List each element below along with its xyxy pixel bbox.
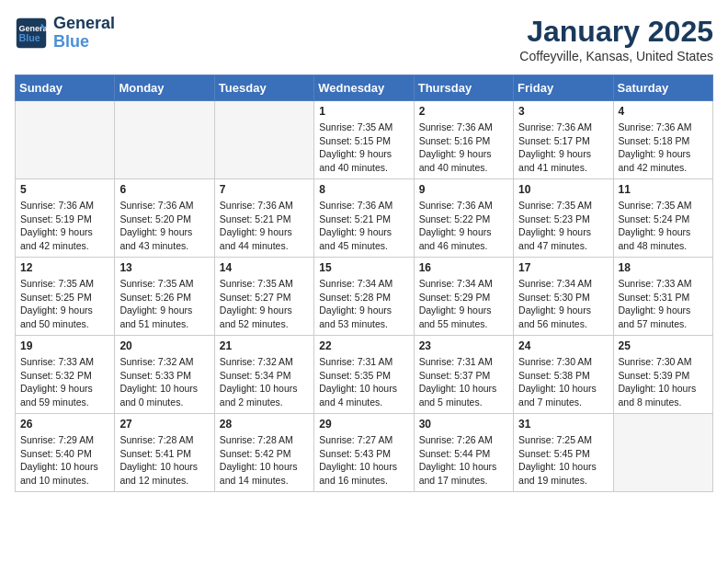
day-number: 7	[220, 183, 309, 196]
day-number: 15	[319, 261, 408, 274]
day-number: 30	[419, 418, 508, 431]
title-block: January 2025 Coffeyville, Kansas, United…	[519, 15, 713, 63]
day-info: Sunrise: 7:36 AMSunset: 5:20 PMDaylight:…	[119, 199, 209, 253]
calendar-cell: 11Sunrise: 7:35 AMSunset: 5:24 PMDayligh…	[613, 179, 712, 258]
day-info: Sunrise: 7:35 AMSunset: 5:24 PMDaylight:…	[619, 199, 708, 253]
day-info: Sunrise: 7:35 AMSunset: 5:15 PMDaylight:…	[319, 121, 408, 175]
week-row-1: 1Sunrise: 7:35 AMSunset: 5:15 PMDaylight…	[16, 101, 713, 179]
calendar-cell: 19Sunrise: 7:33 AMSunset: 5:32 PMDayligh…	[16, 336, 115, 414]
day-number: 20	[119, 339, 209, 352]
day-number: 13	[119, 261, 209, 274]
calendar-cell	[613, 414, 712, 492]
day-info: Sunrise: 7:34 AMSunset: 5:28 PMDaylight:…	[319, 277, 408, 331]
day-number: 10	[518, 183, 608, 196]
day-number: 4	[619, 105, 708, 118]
calendar-cell: 21Sunrise: 7:32 AMSunset: 5:34 PMDayligh…	[214, 336, 313, 414]
day-info: Sunrise: 7:35 AMSunset: 5:23 PMDaylight:…	[518, 199, 608, 253]
calendar-header-saturday: Saturday	[613, 75, 712, 101]
day-info: Sunrise: 7:27 AMSunset: 5:43 PMDaylight:…	[319, 433, 408, 488]
day-number: 1	[319, 105, 408, 118]
day-number: 29	[319, 418, 408, 431]
calendar-header-monday: Monday	[115, 75, 214, 101]
calendar-header-wednesday: Wednesday	[314, 75, 414, 101]
day-info: Sunrise: 7:31 AMSunset: 5:35 PMDaylight:…	[319, 355, 408, 409]
logo: General Blue General Blue	[15, 15, 115, 52]
day-number: 3	[518, 105, 608, 118]
calendar-cell: 5Sunrise: 7:36 AMSunset: 5:19 PMDaylight…	[16, 179, 115, 258]
day-number: 2	[419, 105, 508, 118]
day-number: 16	[419, 261, 508, 274]
day-info: Sunrise: 7:35 AMSunset: 5:25 PMDaylight:…	[20, 277, 109, 331]
calendar-cell: 17Sunrise: 7:34 AMSunset: 5:30 PMDayligh…	[514, 258, 613, 336]
calendar-header-tuesday: Tuesday	[214, 75, 313, 101]
day-number: 5	[20, 183, 109, 196]
calendar-cell: 20Sunrise: 7:32 AMSunset: 5:33 PMDayligh…	[115, 336, 214, 414]
week-row-4: 19Sunrise: 7:33 AMSunset: 5:32 PMDayligh…	[16, 336, 713, 414]
day-info: Sunrise: 7:25 AMSunset: 5:45 PMDaylight:…	[518, 433, 608, 488]
calendar-cell: 16Sunrise: 7:34 AMSunset: 5:29 PMDayligh…	[414, 258, 513, 336]
calendar-table: SundayMondayTuesdayWednesdayThursdayFrid…	[15, 75, 713, 492]
calendar-cell	[16, 101, 115, 179]
logo-icon: General Blue	[15, 17, 48, 50]
calendar-cell: 1Sunrise: 7:35 AMSunset: 5:15 PMDaylight…	[314, 101, 414, 179]
week-row-3: 12Sunrise: 7:35 AMSunset: 5:25 PMDayligh…	[16, 258, 713, 336]
day-info: Sunrise: 7:26 AMSunset: 5:44 PMDaylight:…	[419, 433, 508, 488]
calendar-cell: 8Sunrise: 7:36 AMSunset: 5:21 PMDaylight…	[314, 179, 414, 258]
day-number: 27	[119, 418, 209, 431]
day-info: Sunrise: 7:36 AMSunset: 5:22 PMDaylight:…	[419, 199, 508, 253]
calendar-cell: 14Sunrise: 7:35 AMSunset: 5:27 PMDayligh…	[214, 258, 313, 336]
day-number: 8	[319, 183, 408, 196]
day-info: Sunrise: 7:30 AMSunset: 5:38 PMDaylight:…	[518, 355, 608, 409]
calendar-header-thursday: Thursday	[414, 75, 513, 101]
calendar-cell: 26Sunrise: 7:29 AMSunset: 5:40 PMDayligh…	[16, 414, 115, 492]
calendar-cell: 10Sunrise: 7:35 AMSunset: 5:23 PMDayligh…	[514, 179, 613, 258]
calendar-header-sunday: Sunday	[16, 75, 115, 101]
calendar-cell: 31Sunrise: 7:25 AMSunset: 5:45 PMDayligh…	[514, 414, 613, 492]
calendar-cell: 25Sunrise: 7:30 AMSunset: 5:39 PMDayligh…	[613, 336, 712, 414]
day-info: Sunrise: 7:31 AMSunset: 5:37 PMDaylight:…	[419, 355, 508, 409]
logo-text: General Blue	[53, 15, 115, 52]
calendar-cell: 23Sunrise: 7:31 AMSunset: 5:37 PMDayligh…	[414, 336, 513, 414]
calendar-cell: 18Sunrise: 7:33 AMSunset: 5:31 PMDayligh…	[613, 258, 712, 336]
day-info: Sunrise: 7:28 AMSunset: 5:42 PMDaylight:…	[220, 433, 309, 488]
day-number: 25	[619, 339, 708, 352]
calendar-header-friday: Friday	[514, 75, 613, 101]
day-info: Sunrise: 7:36 AMSunset: 5:16 PMDaylight:…	[419, 121, 508, 175]
day-info: Sunrise: 7:33 AMSunset: 5:31 PMDaylight:…	[619, 277, 708, 331]
calendar-cell: 24Sunrise: 7:30 AMSunset: 5:38 PMDayligh…	[514, 336, 613, 414]
day-number: 19	[20, 339, 109, 352]
day-number: 9	[419, 183, 508, 196]
day-info: Sunrise: 7:35 AMSunset: 5:27 PMDaylight:…	[220, 277, 309, 331]
calendar-cell	[115, 101, 214, 179]
day-info: Sunrise: 7:32 AMSunset: 5:33 PMDaylight:…	[119, 355, 209, 409]
calendar-subtitle: Coffeyville, Kansas, United States	[519, 49, 713, 63]
calendar-cell	[214, 101, 313, 179]
calendar-cell: 2Sunrise: 7:36 AMSunset: 5:16 PMDaylight…	[414, 101, 513, 179]
day-number: 26	[20, 418, 109, 431]
calendar-cell: 9Sunrise: 7:36 AMSunset: 5:22 PMDaylight…	[414, 179, 513, 258]
day-number: 31	[518, 418, 608, 431]
calendar-cell: 28Sunrise: 7:28 AMSunset: 5:42 PMDayligh…	[214, 414, 313, 492]
week-row-5: 26Sunrise: 7:29 AMSunset: 5:40 PMDayligh…	[16, 414, 713, 492]
calendar-cell: 6Sunrise: 7:36 AMSunset: 5:20 PMDaylight…	[115, 179, 214, 258]
day-number: 21	[220, 339, 309, 352]
day-number: 14	[220, 261, 309, 274]
day-info: Sunrise: 7:28 AMSunset: 5:41 PMDaylight:…	[119, 433, 209, 488]
calendar-cell: 15Sunrise: 7:34 AMSunset: 5:28 PMDayligh…	[314, 258, 414, 336]
calendar-cell: 27Sunrise: 7:28 AMSunset: 5:41 PMDayligh…	[115, 414, 214, 492]
day-info: Sunrise: 7:36 AMSunset: 5:17 PMDaylight:…	[518, 121, 608, 175]
day-number: 28	[220, 418, 309, 431]
day-info: Sunrise: 7:36 AMSunset: 5:19 PMDaylight:…	[20, 199, 109, 253]
day-info: Sunrise: 7:36 AMSunset: 5:21 PMDaylight:…	[220, 199, 309, 253]
calendar-cell: 30Sunrise: 7:26 AMSunset: 5:44 PMDayligh…	[414, 414, 513, 492]
day-number: 12	[20, 261, 109, 274]
svg-text:Blue: Blue	[19, 32, 40, 43]
week-row-2: 5Sunrise: 7:36 AMSunset: 5:19 PMDaylight…	[16, 179, 713, 258]
page-header: General Blue General Blue January 2025 C…	[15, 15, 713, 63]
calendar-cell: 22Sunrise: 7:31 AMSunset: 5:35 PMDayligh…	[314, 336, 414, 414]
day-number: 24	[518, 339, 608, 352]
day-info: Sunrise: 7:36 AMSunset: 5:18 PMDaylight:…	[619, 121, 708, 175]
calendar-cell: 3Sunrise: 7:36 AMSunset: 5:17 PMDaylight…	[514, 101, 613, 179]
day-info: Sunrise: 7:34 AMSunset: 5:29 PMDaylight:…	[419, 277, 508, 331]
day-info: Sunrise: 7:29 AMSunset: 5:40 PMDaylight:…	[20, 433, 109, 488]
